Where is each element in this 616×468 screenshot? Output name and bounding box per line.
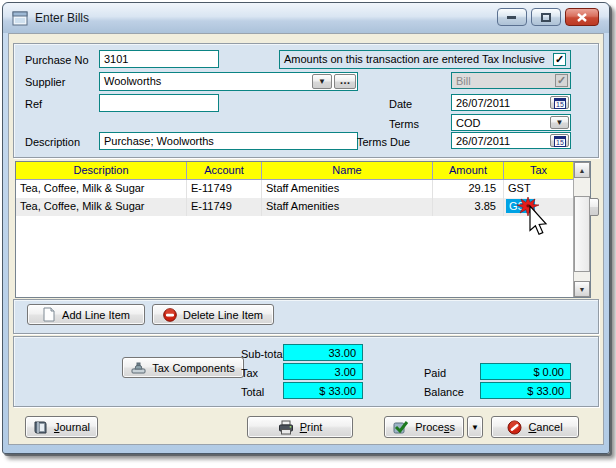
cancel-icon: [507, 420, 522, 435]
journal-label: Journal: [54, 421, 90, 433]
table-row[interactable]: Tea, Coffee, Milk & Sugar E-11749 Staff …: [16, 180, 590, 198]
cell-account[interactable]: E-11749: [187, 198, 262, 216]
tax-inclusive-checkbox[interactable]: ✓: [553, 53, 566, 66]
stamp-icon: [131, 362, 146, 374]
cell-name[interactable]: Staff Amenities: [262, 180, 433, 198]
purchase-no-input[interactable]: 3101: [99, 50, 219, 68]
supplier-dropdown-button[interactable]: ▼: [312, 74, 332, 89]
total-value: $ 33.00: [283, 382, 363, 399]
process-button[interactable]: Process: [384, 416, 464, 438]
table-row[interactable]: Tea, Coffee, Milk & Sugar E-11749 Staff …: [16, 198, 590, 216]
terms-label: Terms: [389, 118, 419, 130]
page-icon: [42, 307, 56, 322]
process-label: Process: [415, 421, 455, 433]
supplier-label: Supplier: [25, 76, 65, 88]
supplier-value: Woolworths: [104, 75, 161, 87]
svg-text:15: 15: [556, 139, 564, 146]
chevron-down-icon: ▼: [318, 77, 326, 86]
date-field[interactable]: 26/07/2011 15: [451, 94, 571, 111]
purchase-no-label: Purchase No: [25, 54, 89, 66]
cell-name[interactable]: Staff Amenities: [262, 198, 433, 216]
date-label: Date: [389, 98, 412, 110]
svg-text:15: 15: [556, 101, 564, 108]
scrollbar-thumb[interactable]: [574, 196, 590, 272]
process-check-icon: [393, 420, 409, 434]
paid-label: Paid: [424, 367, 446, 379]
bill-checkbox: ✓: [555, 74, 568, 87]
ref-label: Ref: [25, 98, 42, 110]
supplier-browse-button[interactable]: …: [334, 74, 356, 89]
supplier-combo[interactable]: Woolworths ▼ …: [99, 72, 358, 91]
print-button[interactable]: Print: [247, 416, 353, 438]
bill-type-value: Bill: [456, 75, 471, 87]
column-header-tax[interactable]: Tax: [504, 162, 573, 180]
balance-value: $ 33.00: [480, 382, 571, 399]
screen: Enter Bills Purchase No 3101 Amounts on …: [0, 0, 616, 468]
subtotal-value: 33.00: [283, 344, 363, 361]
column-header-description[interactable]: Description: [16, 162, 187, 180]
title-bar[interactable]: Enter Bills: [3, 3, 609, 33]
scroll-down-icon: ▼: [579, 286, 586, 293]
tax-components-label: Tax Components: [152, 362, 235, 374]
tax-inclusive-box: Amounts on this transaction are entered …: [279, 50, 571, 69]
check-icon: ✓: [557, 75, 566, 86]
description-input[interactable]: Purchase; Woolworths: [99, 132, 358, 150]
delete-line-item-label: Delete Line Item: [183, 309, 263, 321]
date-calendar-button[interactable]: 15: [550, 96, 569, 109]
terms-due-calendar-button[interactable]: 15: [550, 134, 569, 147]
cell-amount[interactable]: 3.85: [433, 198, 504, 216]
cell-tax[interactable]: GST: [504, 180, 573, 198]
maximize-button[interactable]: [531, 8, 561, 26]
print-label: Print: [300, 421, 323, 433]
tax-value: 3.00: [283, 363, 363, 380]
terms-combo[interactable]: COD ▼: [451, 114, 571, 131]
check-icon: ✓: [555, 54, 564, 65]
enter-bills-window: Enter Bills Purchase No 3101 Amounts on …: [2, 2, 610, 454]
cell-tax-selected[interactable]: GST ▼: [504, 198, 573, 216]
tax-components-button[interactable]: Tax Components: [122, 357, 244, 378]
column-header-amount[interactable]: Amount: [433, 162, 504, 180]
scroll-up-icon: ▲: [579, 167, 586, 174]
add-line-item-button[interactable]: Add Line Item: [27, 304, 145, 325]
chevron-down-icon: ▼: [471, 423, 479, 432]
calendar-icon: 15: [554, 97, 566, 109]
cell-account[interactable]: E-11749: [187, 180, 262, 198]
close-button[interactable]: [565, 8, 599, 26]
terms-dropdown-button[interactable]: ▼: [550, 116, 569, 129]
total-label: Total: [241, 386, 264, 398]
printer-icon: [278, 420, 294, 435]
process-dropdown-button[interactable]: ▼: [467, 416, 483, 438]
minimize-button[interactable]: [497, 8, 527, 26]
terms-due-value: 26/07/2011: [456, 135, 510, 147]
table-scrollbar[interactable]: ▲ ▼: [573, 162, 590, 297]
column-header-name[interactable]: Name: [262, 162, 433, 180]
cell-description[interactable]: Tea, Coffee, Milk & Sugar: [16, 198, 187, 216]
no-entry-icon: [163, 308, 177, 322]
add-line-item-label: Add Line Item: [62, 309, 130, 321]
ref-input[interactable]: [99, 94, 219, 112]
window-title: Enter Bills: [35, 11, 89, 25]
tax-selected-value[interactable]: GST: [506, 199, 535, 213]
cancel-label: Cancel: [528, 421, 562, 433]
chevron-down-icon: ▼: [556, 118, 564, 127]
ellipsis-icon: …: [340, 74, 351, 86]
tax-label: Tax: [241, 367, 258, 379]
journal-button[interactable]: Journal: [25, 416, 98, 438]
column-header-account[interactable]: Account: [187, 162, 262, 180]
terms-value: COD: [456, 117, 480, 129]
scroll-down-button[interactable]: ▼: [574, 281, 590, 297]
cell-description[interactable]: Tea, Coffee, Milk & Sugar: [16, 180, 187, 198]
table-header-row: Description Account Name Amount Tax: [16, 162, 590, 180]
cell-amount[interactable]: 29.15: [433, 180, 504, 198]
line-items-table: Description Account Name Amount Tax Tea,…: [15, 161, 591, 298]
terms-due-field[interactable]: 26/07/2011 15: [451, 132, 571, 149]
paid-value: $ 0.00: [480, 363, 571, 380]
balance-label: Balance: [424, 386, 464, 398]
delete-line-item-button[interactable]: Delete Line Item: [152, 304, 274, 325]
journal-book-icon: [33, 420, 48, 435]
cancel-button[interactable]: Cancel: [491, 416, 579, 438]
tax-inclusive-label: Amounts on this transaction are entered …: [284, 53, 545, 65]
calendar-icon: 15: [554, 135, 566, 147]
date-value: 26/07/2011: [456, 97, 510, 109]
scroll-up-button[interactable]: ▲: [574, 162, 590, 178]
